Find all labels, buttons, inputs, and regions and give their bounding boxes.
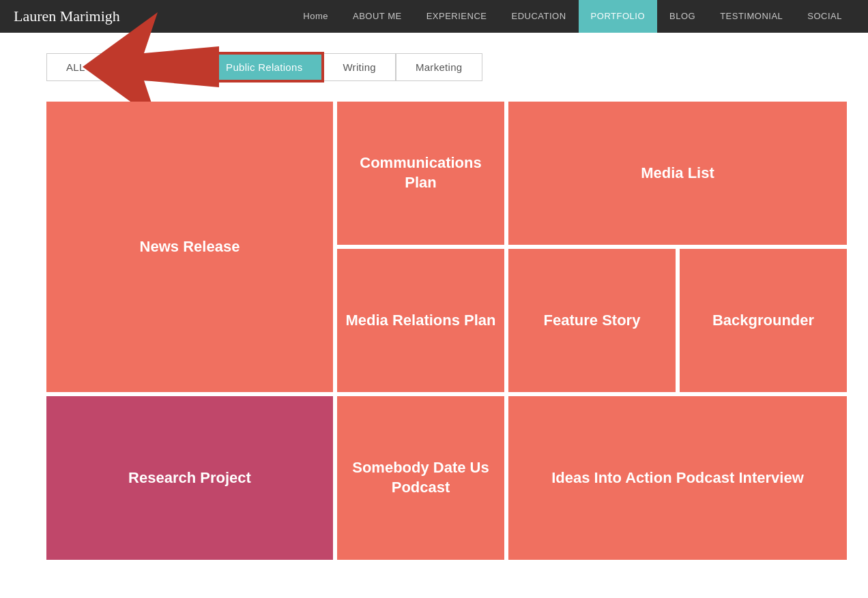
- portfolio-grid: News Release Communications Plan Media L…: [0, 102, 868, 560]
- portfolio-item-research[interactable]: Research Project: [46, 396, 333, 560]
- portfolio-item-ideas-action[interactable]: Ideas Into Action Podcast Interview: [508, 396, 847, 560]
- portfolio-item-label: Ideas Into Action Podcast Interview: [545, 462, 811, 495]
- site-logo: Lauren Marimigh: [14, 8, 120, 25]
- nav-blog[interactable]: BLOG: [657, 0, 708, 33]
- portfolio-item-label: Media Relations Plan: [338, 304, 502, 338]
- filter-public-relations-wrapper: Public Relations: [205, 53, 323, 81]
- portfolio-item-feature-story[interactable]: Feature Story: [508, 249, 676, 392]
- portfolio-item-label: Communications Plan: [337, 147, 504, 199]
- nav-about[interactable]: ABOUT ME: [341, 0, 414, 33]
- nav-links: Home ABOUT ME EXPERIENCE EDUCATION PORTF…: [291, 0, 854, 33]
- filter-bar: ALL Social Media Public Relations Writin…: [0, 33, 868, 102]
- portfolio-item-label: News Release: [133, 230, 247, 264]
- portfolio-item-label: Backgrounder: [706, 304, 821, 338]
- filter-marketing[interactable]: Marketing: [396, 53, 482, 81]
- filter-public-relations[interactable]: Public Relations: [205, 53, 323, 81]
- portfolio-item-comm-plan[interactable]: Communications Plan: [337, 102, 504, 245]
- nav-portfolio[interactable]: PORTFOLIO: [579, 0, 657, 33]
- portfolio-item-label: Somebody Date Us Podcast: [337, 451, 504, 504]
- portfolio-item-label: Feature Story: [537, 304, 648, 338]
- portfolio-item-media-list[interactable]: Media List: [508, 102, 847, 245]
- nav-experience[interactable]: EXPERIENCE: [414, 0, 500, 33]
- portfolio-item-label: Research Project: [121, 462, 258, 495]
- portfolio-item-backgrounder[interactable]: Backgrounder: [680, 249, 847, 392]
- portfolio-item-somebody-date[interactable]: Somebody Date Us Podcast: [337, 396, 504, 560]
- filter-all[interactable]: ALL: [46, 53, 105, 81]
- nav-testimonial[interactable]: TESTIMONIAL: [708, 0, 795, 33]
- filter-writing[interactable]: Writing: [323, 53, 396, 81]
- nav-home[interactable]: Home: [291, 0, 341, 33]
- portfolio-item-media-relations[interactable]: Media Relations Plan: [337, 249, 504, 392]
- portfolio-item-label: Media List: [634, 157, 721, 190]
- nav-education[interactable]: EDUCATION: [500, 0, 579, 33]
- navigation: Lauren Marimigh Home ABOUT ME EXPERIENCE…: [0, 0, 868, 33]
- filter-social-media[interactable]: Social Media: [105, 53, 205, 81]
- portfolio-item-news-release[interactable]: News Release: [46, 102, 333, 392]
- nav-social[interactable]: SOCIAL: [795, 0, 854, 33]
